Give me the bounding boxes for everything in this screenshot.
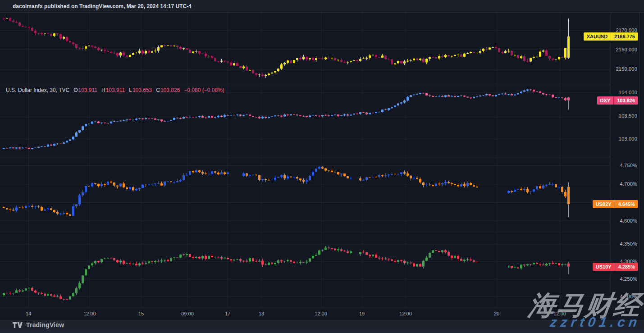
grid-lines bbox=[0, 231, 611, 308]
badge-symbol: US10Y bbox=[593, 263, 615, 271]
price-pane-xauusd[interactable] bbox=[0, 13, 611, 85]
publish-info-text: dacolmanfx published on TradingView.com,… bbox=[13, 3, 192, 9]
price-tick-label: 4.250% bbox=[612, 276, 637, 282]
time-tick-label: 09:00 bbox=[181, 311, 194, 316]
tradingview-logo-icon bbox=[13, 322, 23, 328]
price-tick-label: 2150.000 bbox=[612, 66, 637, 72]
chart-right-border bbox=[639, 13, 639, 308]
price-badge-us02y: US02Y4.645% bbox=[593, 200, 638, 208]
badge-last-price: 4.645% bbox=[615, 200, 638, 208]
time-tick-label: 15 bbox=[138, 311, 144, 316]
time-tick-label: 12:00 bbox=[83, 311, 96, 316]
header-bar: dacolmanfx published on TradingView.com,… bbox=[0, 0, 644, 13]
tradingview-brand-text: TradingView bbox=[26, 321, 64, 328]
candlestick-series bbox=[3, 89, 570, 150]
time-tick-label: 18 bbox=[259, 311, 264, 316]
legend-symbol-title: U.S. Dollar Index, 30, TVC bbox=[6, 87, 69, 93]
price-badge-dxy: DXY103.826 bbox=[597, 96, 638, 105]
legend-ohlc-value: 103.911 bbox=[78, 87, 98, 93]
tradingview-link[interactable]: TradingView bbox=[13, 321, 64, 328]
price-tick-label: 4.600% bbox=[612, 218, 637, 224]
grid-lines bbox=[0, 13, 611, 85]
price-tick-label: 103.000 bbox=[612, 136, 637, 142]
pane-divider[interactable] bbox=[0, 157, 611, 157]
candlestick-series bbox=[3, 166, 570, 218]
legend-ohlc-key: O bbox=[73, 87, 78, 93]
badge-last-price: 103.826 bbox=[614, 96, 638, 105]
grid-lines bbox=[0, 85, 611, 157]
candlestick-series bbox=[3, 17, 570, 78]
price-pane-us10y[interactable] bbox=[0, 231, 611, 308]
legend-ohlc-value: 103.826 bbox=[160, 87, 180, 93]
legend-change: −0.080 (−0.08%) bbox=[184, 87, 224, 93]
price-tick-label: 103.500 bbox=[612, 113, 637, 119]
legend-ohlc-value: 103.911 bbox=[106, 87, 125, 93]
pane-divider[interactable] bbox=[0, 85, 611, 85]
badge-symbol: US02Y bbox=[593, 200, 615, 208]
pane-divider[interactable] bbox=[0, 231, 611, 231]
price-tick-label: 4.700% bbox=[612, 181, 637, 187]
legend-ohlc-value: 103.653 bbox=[132, 87, 152, 93]
legend-ohlc-values: O103.911H103.911L103.653C103.826 bbox=[69, 87, 180, 93]
badge-last-price: 4.285% bbox=[615, 263, 638, 271]
bottom-strip bbox=[0, 329, 644, 333]
candlestick-series bbox=[3, 246, 570, 301]
time-tick-label: 12:00 bbox=[399, 311, 412, 316]
price-tick-label: 4.750% bbox=[612, 162, 637, 169]
badge-last-price: 2166.775 bbox=[611, 32, 638, 41]
symbol-legend[interactable]: U.S. Dollar Index, 30, TVCO103.911H103.9… bbox=[6, 87, 224, 93]
price-tick-label: 2160.000 bbox=[612, 46, 637, 53]
price-pane-us02y[interactable] bbox=[0, 157, 611, 231]
time-tick-label: 17 bbox=[225, 311, 230, 316]
price-badge-us10y: US10Y4.285% bbox=[593, 263, 638, 271]
time-tick-label: 12:00 bbox=[315, 311, 327, 316]
badge-symbol: DXY bbox=[597, 96, 614, 105]
price-badge-xauusd: XAUUSD2166.775 bbox=[584, 32, 638, 41]
time-tick-label: 14 bbox=[26, 311, 31, 316]
price-tick-label: 4.350% bbox=[612, 241, 637, 247]
grid-lines bbox=[0, 157, 611, 231]
price-tick-label: 104.000 bbox=[612, 89, 637, 96]
time-tick-label: 19 bbox=[359, 311, 365, 316]
tradingview-published-chart-page: { "header": { "title": "dacolmanfx publi… bbox=[0, 0, 644, 333]
chart-area[interactable]: U.S. Dollar Index, 30, TVCO103.911H103.9… bbox=[0, 13, 644, 308]
watermark-url-text: zzrt01.cn bbox=[549, 315, 641, 330]
badge-symbol: XAUUSD bbox=[584, 32, 611, 41]
price-pane-dxy[interactable] bbox=[0, 85, 611, 157]
time-tick-label: 20 bbox=[494, 311, 499, 316]
legend-ohlc-key: C bbox=[156, 87, 160, 93]
legend-ohlc-key: L bbox=[129, 87, 132, 93]
legend-ohlc-key: H bbox=[101, 87, 105, 93]
